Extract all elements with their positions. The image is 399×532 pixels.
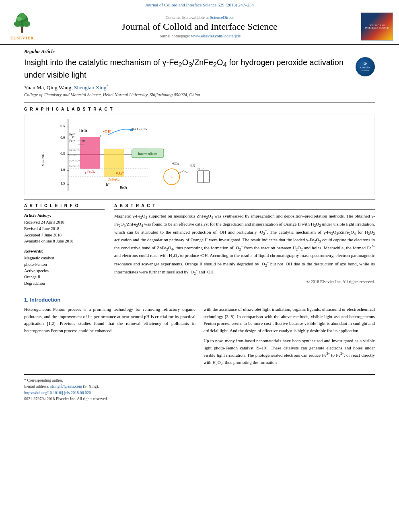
keyword-3: Active species — [24, 268, 105, 274]
doi-line: https://doi.org/10.1016/j.jcis.2018.06.0… — [24, 389, 375, 396]
svg-text:Fe²⁺/Fe³⁺: Fe²⁺/Fe³⁺ — [69, 160, 80, 162]
corresponding-author[interactable]: Shengtao Xing — [74, 84, 107, 90]
intro-para-1: Heterogeneous Fenton process is a promis… — [24, 306, 195, 334]
available-date: Available online 8 June 2018 — [24, 238, 105, 244]
svg-text:Fe³⁺: Fe³⁺ — [69, 139, 75, 143]
svg-point-2 — [14, 21, 21, 27]
corresponding-label: * Corresponding author. — [24, 378, 63, 382]
email-person: (S. Xing). — [83, 384, 99, 388]
svg-line-38 — [183, 171, 187, 173]
check-for-updates-badge: ⟳ Check for updates — [356, 57, 375, 76]
article-info-label: A R T I C L E I N F O — [24, 203, 105, 210]
svg-text:•O₂⁻: •O₂⁻ — [116, 171, 124, 176]
authors-line: Yuan Ma, Qing Wang, Shengtao Xing* — [24, 84, 375, 91]
elsevier-logo-area: ELSEVIER — [4, 13, 40, 40]
science-direct-link[interactable]: ScienceDirect — [210, 15, 234, 20]
science-direct-label: Contents lists available at — [165, 15, 209, 20]
svg-text:h⁺: h⁺ — [106, 182, 110, 187]
history-label: Article history: — [24, 213, 105, 218]
article-info-column: A R T I C L E I N F O Article history: R… — [24, 203, 105, 287]
graphical-abstract-section: G R A P H I C A L A B S T R A C T -0.5 0… — [24, 107, 375, 195]
graphical-abstract-label: G R A P H I C A L A B S T R A C T — [24, 107, 375, 111]
intro-para-3: Up to now, many iron-based nanomaterials… — [204, 337, 375, 367]
homepage-link[interactable]: www.elsevier.com/locate/jcis — [191, 34, 241, 38]
svg-text:O₂/•O₂⁻: O₂/•O₂⁻ — [69, 154, 79, 156]
svg-point-3 — [23, 21, 30, 27]
svg-text:H₂O₂/•OH: H₂O₂/•OH — [69, 164, 81, 167]
svg-text:0.5: 0.5 — [60, 152, 65, 156]
intro-para-2: with the assistance of ultraviolet light… — [204, 306, 375, 334]
science-direct-line: Contents lists available at ScienceDirec… — [44, 15, 355, 20]
journal-cover-image: COLLOID AND INTERFACE SCIENCE — [361, 12, 393, 41]
keyword-1: Magnetic catalyst — [24, 255, 105, 261]
journal-citation-text: Journal of Colloid and Interface Science… — [145, 2, 254, 7]
copyright-line: © 2018 Elsevier Inc. All rights reserved… — [114, 279, 375, 284]
check-updates-text: Check for updates — [358, 66, 372, 72]
affiliation: College of Chemistry and Material Scienc… — [24, 92, 375, 97]
received-date: Received 24 April 2018 — [24, 219, 105, 226]
intro-col-left: Heterogeneous Fenton process is a promis… — [24, 306, 195, 370]
svg-text:SO₃⁻: SO₃⁻ — [197, 167, 204, 171]
graphical-abstract-svg: -0.5 0.0 0.5 1.0 1.5 V vs NHE γ-Fe₂O₃ Zn… — [25, 115, 374, 195]
svg-text:H₂O₂/•OH: H₂O₂/•OH — [69, 148, 81, 151]
abstract-text: Magnetic γ-Fe2O3 supported on mesoporous… — [114, 213, 375, 276]
abstract-label: A B S T R A C T — [114, 203, 375, 210]
graphical-abstract-image: -0.5 0.0 0.5 1.0 1.5 V vs NHE γ-Fe₂O₃ Zn… — [24, 115, 375, 195]
introduction-section: 1. Introduction Heterogeneous Fenton pro… — [24, 297, 375, 370]
footnote-email: E-mail address: stringtf7@sina.com (S. X… — [24, 383, 375, 389]
homepage-label: journal homepage: — [158, 34, 190, 38]
svg-text:γ-Fe₂O₃: γ-Fe₂O₃ — [84, 170, 95, 174]
svg-text:OH: OH — [170, 176, 174, 179]
article-title-row: Insight into the catalytic mechanism of … — [24, 57, 375, 80]
author-names: Yuan Ma, Qing Wang, — [24, 84, 74, 90]
journal-title-area: Contents lists available at ScienceDirec… — [40, 15, 359, 38]
elsevier-text: ELSEVIER — [10, 36, 34, 40]
doi-link[interactable]: https://doi.org/10.1016/j.jcis.2018.06.0… — [24, 390, 91, 395]
intro-col-right: with the assistance of ultraviolet light… — [204, 306, 375, 370]
svg-text:H₂O₂: H₂O₂ — [79, 129, 88, 133]
keyword-2: photo-Fenton — [24, 261, 105, 268]
abstract-column: A B S T R A C T Magnetic γ-Fe2O3 support… — [114, 203, 375, 287]
divider-3 — [24, 291, 375, 291]
svg-text:0.0: 0.0 — [60, 136, 65, 140]
svg-point-5 — [16, 16, 22, 21]
article-body: Regular Article Insight into the catalyt… — [0, 45, 399, 406]
svg-text:Fe²⁺: Fe²⁺ — [69, 133, 75, 137]
svg-rect-19 — [80, 137, 100, 169]
journal-cover-area: COLLOID AND INTERFACE SCIENCE — [359, 12, 395, 41]
svg-text:ZnFe₂O₄: ZnFe₂O₄ — [108, 178, 119, 182]
svg-text:H₂O₂: H₂O₂ — [120, 186, 127, 189]
email-label: E-mail address: — [24, 384, 49, 388]
journal-header: ELSEVIER Contents lists available at Sci… — [0, 9, 399, 45]
svg-text:H₂O + CO₂: H₂O + CO₂ — [132, 127, 148, 131]
svg-text:•SO₃⁻: •SO₃⁻ — [172, 162, 181, 166]
issn-line: 0021-9797/© 2018 Elsevier Inc. All right… — [24, 396, 375, 402]
footnote-section: * Corresponding author. E-mail address: … — [24, 374, 375, 402]
keyword-4: Orange II — [24, 274, 105, 280]
svg-text:-0.5: -0.5 — [59, 124, 65, 128]
svg-text:V vs NHE: V vs NHE — [41, 152, 45, 166]
journal-citation: Journal of Colloid and Interface Science… — [0, 0, 399, 9]
svg-text:intermediates: intermediates — [138, 152, 158, 156]
svg-text:•OH: •OH — [103, 129, 111, 134]
divider-2 — [24, 199, 375, 199]
elsevier-tree-icon — [10, 13, 34, 35]
elsevier-logo: ELSEVIER — [10, 13, 34, 40]
article-title: Insight into the catalytic mechanism of … — [24, 57, 350, 80]
footnote-corresponding: * Corresponding author. — [24, 377, 375, 383]
intro-two-col: Heterogeneous Fenton process is a promis… — [24, 306, 375, 370]
revised-date: Revised 4 June 2018 — [24, 226, 105, 232]
info-abstract-section: A R T I C L E I N F O Article history: R… — [24, 203, 375, 287]
article-type: Regular Article — [24, 49, 375, 55]
journal-title: Journal of Colloid and Interface Science — [44, 21, 355, 32]
accepted-date: Accepted 7 June 2018 — [24, 232, 105, 238]
homepage-line: journal homepage: www.elsevier.com/locat… — [44, 34, 355, 38]
keyword-5: Degradation — [24, 280, 105, 287]
intro-heading: 1. Introduction — [24, 297, 375, 303]
svg-rect-0 — [21, 27, 23, 33]
svg-text:1.5: 1.5 — [60, 181, 65, 185]
keywords-label: Keywords: — [24, 249, 105, 253]
svg-text:1.0: 1.0 — [60, 168, 65, 172]
cover-text: COLLOID AND INTERFACE SCIENCE — [363, 24, 391, 29]
email-address[interactable]: stringtf7@sina.com — [50, 384, 82, 388]
